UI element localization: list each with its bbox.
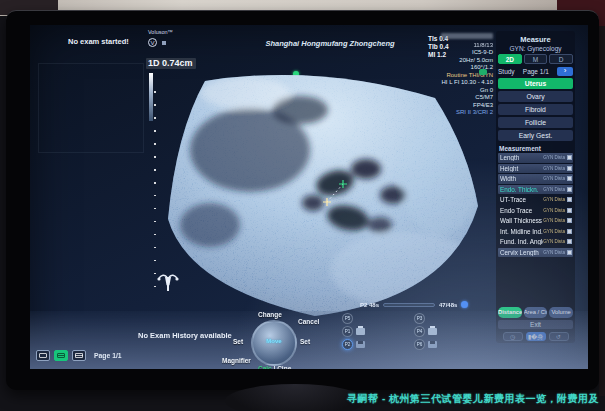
- p-button-p3[interactable]: P3: [414, 313, 425, 324]
- patient-id-redacted: [441, 33, 493, 39]
- mode-tabs: 2DMD: [498, 54, 573, 64]
- measurement-tag: GYN Dista: [543, 250, 565, 255]
- layout-quad-button[interactable]: [54, 350, 68, 361]
- measurement-checkbox[interactable]: [567, 229, 572, 234]
- measurement-label: Length: [498, 154, 543, 161]
- measurement-tag: GYN Dista: [543, 229, 565, 234]
- brand-name: Voluson™: [148, 29, 173, 35]
- measurement-row-ut-trace[interactable]: UT-TraceGYN Dista: [498, 195, 573, 205]
- photo-frame: No exam started! Shanghai Hongmufang Zho…: [0, 0, 605, 411]
- layout-grid-button[interactable]: [72, 350, 86, 361]
- ultrasound-image: [150, 55, 500, 325]
- monitor-bezel: No exam started! Shanghai Hongmufang Zho…: [6, 10, 599, 390]
- tab-d[interactable]: D: [549, 54, 573, 64]
- measurement-tag: GYN Dista: [543, 155, 565, 160]
- study-item-uterus[interactable]: Uterus: [498, 78, 573, 89]
- tab-m[interactable]: M: [524, 54, 548, 64]
- panel-subtitle: GYN: Gynecology: [498, 45, 573, 52]
- panel-title: Measure: [498, 35, 573, 44]
- progress-status-icon: [461, 301, 468, 308]
- measurement-checkbox[interactable]: [567, 176, 572, 181]
- measurement-tag: GYN Dista: [543, 187, 565, 192]
- study-item-follicle[interactable]: Follicle: [498, 117, 573, 128]
- measurement-label: Width: [498, 175, 543, 182]
- measurement-row-endo-thickn-[interactable]: Endo. Thickn.GYN Dista: [498, 185, 573, 195]
- uterus-bodymark-icon: [156, 271, 180, 293]
- measurement-checkbox[interactable]: [567, 239, 572, 244]
- measurement-tag: GYN Dista: [543, 176, 565, 181]
- trackball-center-label: Move: [263, 338, 285, 350]
- printer-icon: [428, 328, 437, 335]
- brand-mark-icon: [162, 41, 166, 45]
- p-button-row: P5: [342, 313, 365, 324]
- p-button-p5[interactable]: P5: [342, 313, 353, 324]
- study-item-ovary[interactable]: Ovary: [498, 91, 573, 102]
- trackball-hint-cancel: Cancel: [298, 318, 319, 325]
- measurement-checkbox[interactable]: [567, 155, 572, 160]
- p-button-p2[interactable]: P2: [342, 339, 353, 350]
- measurement-label: UT-Trace: [498, 196, 543, 203]
- monitor-stand: [225, 384, 365, 411]
- trackball-indicator[interactable]: Move: [251, 320, 297, 366]
- measurement-row-int-midline-ind-[interactable]: Int. Midline Ind.GYN Dista: [498, 227, 573, 237]
- imaging-param-0: 11/8/13: [401, 42, 493, 50]
- study-item-fibroid[interactable]: Fibroid: [498, 104, 573, 115]
- study-item-early-gest-[interactable]: Early Gest.: [498, 130, 573, 141]
- measurement-row-endo-trace[interactable]: Endo TraceGYN Dista: [498, 206, 573, 216]
- p-button-row: P1: [342, 326, 365, 337]
- photo-edge-right: [599, 26, 605, 396]
- study-label: Study: [498, 68, 515, 75]
- measurement-label: Endo Trace: [498, 207, 543, 214]
- progress-label: P2 48s: [360, 302, 379, 308]
- layout-single-button[interactable]: [36, 350, 50, 361]
- print-button-cluster-right: P3P4P6: [414, 313, 437, 350]
- measurement-label: Int. Midline Ind.: [498, 228, 543, 235]
- exam-history-status: No Exam History available: [138, 331, 232, 340]
- measure-panel: Measure GYN: Gynecology 2DMD Study Page …: [496, 31, 575, 343]
- measurement-row-fund-ind-angle[interactable]: Fund. Ind. AngleGYN Dista: [498, 237, 573, 247]
- study-next-button[interactable]: ›: [557, 67, 573, 76]
- measurement-label: Cervix Length: [498, 249, 543, 256]
- trackball-hint-set-left: Set: [233, 338, 243, 345]
- study-row: Study Page 1/1 ›: [498, 67, 573, 76]
- tab-2d[interactable]: 2D: [498, 54, 522, 64]
- page-indicator: Page 1/1: [94, 352, 122, 359]
- p-button-p6[interactable]: P6: [414, 339, 425, 350]
- measurement-checkbox[interactable]: [567, 208, 572, 213]
- disk-icon: [356, 341, 365, 348]
- study-item-list: UterusOvaryFibroidFollicleEarly Gest.: [498, 78, 573, 143]
- trackball-hint-change: Change: [258, 311, 282, 318]
- calc-label: Calc: [258, 365, 272, 369]
- measurement-tag: GYN Dista: [543, 239, 565, 244]
- watermark-caption: 寻嗣帮 - 杭州第三代试管婴儿新费用表一览，附费用及: [347, 392, 599, 406]
- p-button-row: P3: [414, 313, 437, 324]
- p-button-row: P2: [342, 339, 365, 350]
- cine-label: | Cine: [274, 365, 292, 369]
- measurement-row-height[interactable]: HeightGYN Dista: [498, 164, 573, 174]
- measurement-label: Wall Thickness: [498, 217, 543, 224]
- disk-icon: [428, 341, 437, 348]
- measurement-row-length[interactable]: LengthGYN Dista: [498, 153, 573, 163]
- measurement-checkbox[interactable]: [567, 218, 572, 223]
- progress-bar[interactable]: [383, 303, 435, 307]
- measurement-row-wall-thickness[interactable]: Wall ThicknessGYN Dista: [498, 216, 573, 226]
- printer-icon: [356, 328, 365, 335]
- measurement-tag: GYN Dista: [543, 166, 565, 171]
- measurement-tag: GYN Dista: [543, 218, 565, 223]
- measurement-checkbox[interactable]: [567, 197, 572, 202]
- measurement-row-width[interactable]: WidthGYN Dista: [498, 174, 573, 184]
- p-button-row: P6: [414, 339, 437, 350]
- p-button-p4[interactable]: P4: [414, 326, 425, 337]
- study-page: Page 1/1: [518, 68, 554, 75]
- measurement-row-cervix-length[interactable]: Cervix LengthGYN Dista: [498, 248, 573, 258]
- p-button-p1[interactable]: P1: [342, 326, 353, 337]
- measurement-checkbox[interactable]: [567, 187, 572, 192]
- p-button-row: P4: [414, 326, 437, 337]
- measurement-checkbox[interactable]: [567, 166, 572, 171]
- measurement-checkbox[interactable]: [567, 250, 572, 255]
- trackball-hint-set-right: Set: [300, 338, 310, 345]
- touch-region-outline: [38, 63, 144, 153]
- measurement-tag: GYN Dista: [543, 197, 565, 202]
- measurement-label: Height: [498, 165, 543, 172]
- measurement-header: Measurement: [499, 145, 573, 152]
